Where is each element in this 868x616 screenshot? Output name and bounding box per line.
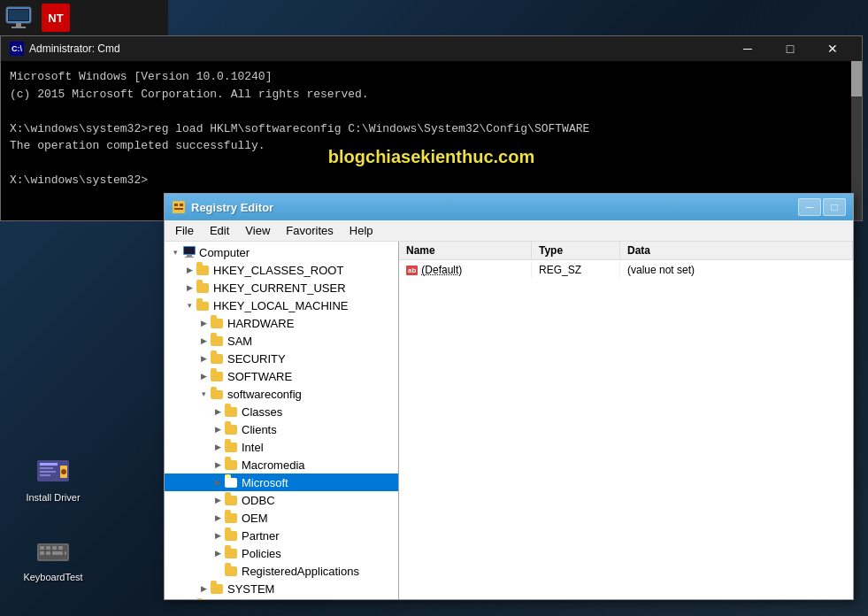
folder-hardware-icon	[211, 317, 225, 329]
expand-clients[interactable]: ▶	[211, 422, 225, 436]
tree-system[interactable]: ▶ SYSTEM	[165, 580, 398, 597]
svg-rect-29	[65, 551, 66, 555]
tree-hku[interactable]: ▶ HKEY_USERS	[165, 597, 398, 599]
svg-rect-15	[40, 467, 53, 469]
menu-file[interactable]: File	[168, 222, 201, 239]
tree-hklm[interactable]: ▾ HKEY_LOCAL_MACHINE	[165, 296, 398, 314]
cmd-line-3	[10, 103, 853, 120]
expand-software[interactable]: ▶	[196, 369, 211, 383]
expand-classes[interactable]: ▶	[211, 404, 225, 419]
desktop: NT C:\ Administrator: Cmd ─ □ ✕ Microsof…	[0, 0, 868, 616]
menu-favorites[interactable]: Favorites	[279, 222, 340, 239]
expand-policies[interactable]: ▶	[211, 546, 225, 560]
svg-rect-8	[174, 208, 183, 210]
tree-security-label: SECURITY	[227, 352, 286, 366]
cmd-close-button[interactable]: ✕	[812, 36, 853, 61]
tree-regapps-label: RegisteredApplications	[242, 565, 359, 578]
detail-name-default: ab (Default)	[399, 262, 532, 278]
expand-microsoft[interactable]: ▶	[211, 475, 225, 489]
tree-regapps[interactable]: ▶ RegisteredApplications	[165, 562, 398, 580]
regedit-minimize-button[interactable]: ─	[798, 198, 821, 216]
svg-rect-17	[40, 474, 50, 476]
regedit-maximize-button[interactable]: □	[823, 198, 846, 216]
svg-rect-14	[40, 463, 58, 466]
tree-classes[interactable]: ▶ Classes	[165, 403, 398, 420]
svg-rect-6	[174, 204, 178, 206]
desktop-icon-install-driver[interactable]: Install Driver	[18, 446, 88, 510]
cmd-scrollbar-thumb[interactable]	[851, 61, 862, 96]
expand-partner[interactable]: ▶	[211, 528, 225, 543]
svg-rect-28	[52, 551, 63, 555]
expand-computer[interactable]: ▾	[168, 245, 182, 259]
install-driver-icon	[35, 453, 71, 489]
tree-software[interactable]: ▶ SOFTWARE	[165, 367, 398, 385]
regedit-titlebar-left: Registry Editor	[172, 200, 273, 214]
expand-softwareconfig[interactable]: ▾	[196, 387, 211, 401]
svg-rect-24	[52, 546, 57, 550]
tree-softwareconfig-label: softwareconfig	[227, 388, 302, 401]
regedit-menubar: File Edit View Favorites Help	[165, 220, 853, 242]
regedit-controls: ─ □	[798, 198, 846, 216]
tree-hkcr[interactable]: ▶ HKEY_CLASSES_ROOT	[165, 261, 398, 279]
expand-oem[interactable]: ▶	[211, 511, 225, 525]
tree-policies[interactable]: ▶ Policies	[165, 544, 398, 562]
tree-computer[interactable]: ▾ Computer	[165, 243, 398, 261]
tree-hkcu-label: HKEY_CURRENT_USER	[213, 281, 346, 295]
expand-hkcu[interactable]: ▶	[182, 281, 196, 295]
menu-view[interactable]: View	[238, 222, 277, 239]
tree-intel[interactable]: ▶ Intel	[165, 438, 398, 456]
folder-oem-icon	[225, 512, 239, 524]
tree-sam[interactable]: ▶ SAM	[165, 332, 398, 350]
detail-row-default[interactable]: ab (Default) REG_SZ (value not set)	[399, 260, 853, 280]
tree-partner-label: Partner	[242, 529, 280, 543]
svg-rect-10	[184, 247, 195, 254]
cmd-line-6	[10, 155, 853, 173]
tree-clients[interactable]: ▶ Clients	[165, 420, 398, 438]
svg-rect-12	[185, 257, 194, 258]
computer-icon	[182, 245, 196, 259]
tree-macromedia-label: Macromedia	[242, 458, 305, 472]
svg-rect-23	[46, 546, 50, 550]
svg-rect-27	[46, 551, 50, 555]
expand-hardware[interactable]: ▶	[196, 316, 211, 330]
nt-logo-icon: NT	[42, 4, 70, 32]
tree-hkcu[interactable]: ▶ HKEY_CURRENT_USER	[165, 279, 398, 296]
folder-policies-icon	[225, 547, 239, 559]
cmd-minimize-button[interactable]: ─	[727, 36, 768, 61]
expand-intel[interactable]: ▶	[211, 440, 225, 454]
expand-odbc[interactable]: ▶	[211, 493, 225, 507]
folder-partner-icon	[225, 529, 239, 542]
tree-oem[interactable]: ▶ OEM	[165, 509, 398, 527]
tree-oem-label: OEM	[242, 512, 268, 525]
desktop-icon-keyboard-test[interactable]: KeyboardTest	[18, 526, 88, 589]
menu-help[interactable]: Help	[342, 222, 380, 239]
tree-security[interactable]: ▶ SECURITY	[165, 350, 398, 367]
expand-hkcr[interactable]: ▶	[182, 263, 196, 277]
tree-microsoft[interactable]: ▶ Microsoft	[165, 474, 398, 491]
expand-system[interactable]: ▶	[196, 581, 211, 596]
folder-intel-icon	[225, 441, 239, 453]
tree-partner[interactable]: ▶ Partner	[165, 527, 398, 544]
keyboard-test-icon	[35, 533, 71, 568]
tree-clients-label: Clients	[242, 423, 277, 436]
cmd-maximize-button[interactable]: □	[770, 36, 810, 61]
folder-regapps-icon	[225, 565, 239, 577]
folder-system-icon	[211, 582, 225, 595]
folder-clients-icon	[225, 423, 239, 435]
tree-hardware[interactable]: ▶ HARDWARE	[165, 314, 398, 332]
folder-hkcu-icon	[196, 281, 211, 294]
expand-sam[interactable]: ▶	[196, 334, 211, 348]
menu-edit[interactable]: Edit	[203, 222, 236, 239]
expand-hklm[interactable]: ▾	[182, 298, 196, 312]
expand-macromedia[interactable]: ▶	[211, 458, 225, 472]
cmd-line-4: X:\windows\system32>reg load HKLM\softwa…	[10, 120, 853, 138]
expand-security[interactable]: ▶	[196, 351, 211, 366]
tree-hardware-label: HARDWARE	[227, 317, 294, 330]
tree-odbc[interactable]: ▶ ODBC	[165, 491, 398, 509]
cmd-line-2: (c) 2015 Microsoft Corporation. All righ…	[10, 86, 853, 104]
tree-software-label: SOFTWARE	[227, 370, 292, 383]
folder-classes-icon	[225, 405, 239, 418]
cmd-icon: C:\	[10, 42, 24, 56]
tree-softwareconfig[interactable]: ▾ softwareconfig	[165, 385, 398, 403]
tree-macromedia[interactable]: ▶ Macromedia	[165, 456, 398, 474]
